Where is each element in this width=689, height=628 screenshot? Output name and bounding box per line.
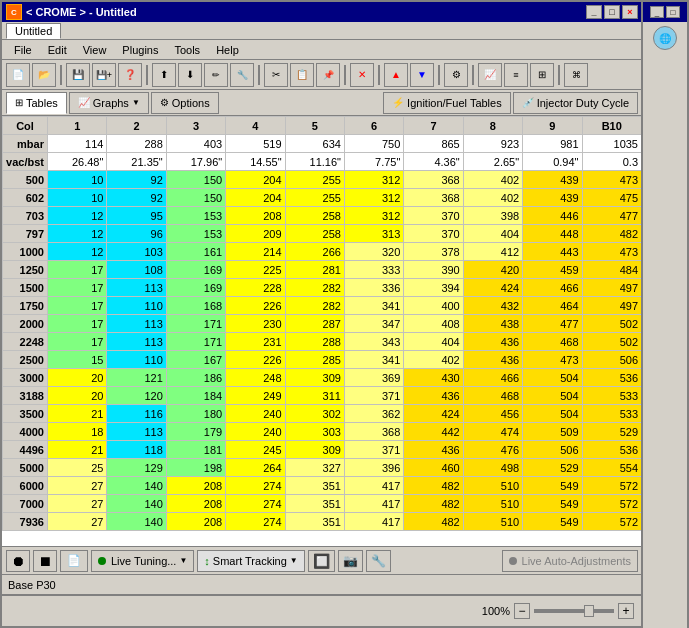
cell-4000-5[interactable]: 368: [344, 423, 403, 441]
cell-3500-2[interactable]: 180: [166, 405, 225, 423]
cell-500-5[interactable]: 312: [344, 171, 403, 189]
tab-graphs[interactable]: 📈 Graphs ▼: [69, 92, 149, 114]
cell-3000-9[interactable]: 536: [582, 369, 641, 387]
cell-2248-1[interactable]: 113: [107, 333, 166, 351]
cell-4496-4[interactable]: 309: [285, 441, 344, 459]
untitled-tab[interactable]: Untitled: [6, 23, 61, 39]
cell-7936-2[interactable]: 208: [166, 513, 225, 531]
tracking-dropdown[interactable]: ▼: [290, 556, 298, 565]
cell-1750-4[interactable]: 282: [285, 297, 344, 315]
vac-3[interactable]: 17.96": [166, 153, 225, 171]
vac-1[interactable]: 26.48": [48, 153, 107, 171]
tab-ignition-fuel[interactable]: ⚡ Ignition/Fuel Tables: [383, 92, 511, 114]
cell-797-5[interactable]: 313: [344, 225, 403, 243]
cell-602-3[interactable]: 204: [226, 189, 285, 207]
cell-6000-9[interactable]: 572: [582, 477, 641, 495]
cell-1250-6[interactable]: 390: [404, 261, 463, 279]
menu-edit[interactable]: Edit: [40, 42, 75, 58]
cell-1000-8[interactable]: 443: [523, 243, 582, 261]
cell-7936-0[interactable]: 27: [48, 513, 107, 531]
zoom-plus-btn[interactable]: +: [618, 603, 634, 619]
menu-help[interactable]: Help: [208, 42, 247, 58]
cell-3188-9[interactable]: 533: [582, 387, 641, 405]
menu-view[interactable]: View: [75, 42, 115, 58]
cell-5000-7[interactable]: 498: [463, 459, 522, 477]
cell-797-6[interactable]: 370: [404, 225, 463, 243]
maximize-btn[interactable]: □: [604, 5, 620, 19]
cell-500-9[interactable]: 473: [582, 171, 641, 189]
data-btn[interactable]: ≡: [504, 63, 528, 87]
cell-2500-6[interactable]: 402: [404, 351, 463, 369]
mbar-9[interactable]: 981: [523, 135, 582, 153]
cell-2248-2[interactable]: 171: [166, 333, 225, 351]
cell-1000-9[interactable]: 473: [582, 243, 641, 261]
cell-1250-1[interactable]: 108: [107, 261, 166, 279]
cell-3500-8[interactable]: 504: [523, 405, 582, 423]
save-btn[interactable]: 💾: [66, 63, 90, 87]
cell-2000-1[interactable]: 113: [107, 315, 166, 333]
cell-2500-3[interactable]: 226: [226, 351, 285, 369]
cell-5000-8[interactable]: 529: [523, 459, 582, 477]
cell-2000-5[interactable]: 347: [344, 315, 403, 333]
live-dropdown[interactable]: ▼: [179, 556, 187, 565]
cell-602-8[interactable]: 439: [523, 189, 582, 207]
mbar-3[interactable]: 403: [166, 135, 225, 153]
live-auto-btn[interactable]: Live Auto-Adjustments: [502, 550, 638, 572]
cell-1500-6[interactable]: 394: [404, 279, 463, 297]
cell-4496-7[interactable]: 476: [463, 441, 522, 459]
cell-2000-8[interactable]: 477: [523, 315, 582, 333]
cell-3000-3[interactable]: 248: [226, 369, 285, 387]
cell-500-3[interactable]: 204: [226, 171, 285, 189]
cell-1000-0[interactable]: 12: [48, 243, 107, 261]
cell-2000-0[interactable]: 17: [48, 315, 107, 333]
cell-797-4[interactable]: 258: [285, 225, 344, 243]
cell-7936-3[interactable]: 274: [226, 513, 285, 531]
cell-500-8[interactable]: 439: [523, 171, 582, 189]
upload-btn[interactable]: ⬆: [152, 63, 176, 87]
cell-2248-3[interactable]: 231: [226, 333, 285, 351]
cell-2500-1[interactable]: 110: [107, 351, 166, 369]
settings-btn[interactable]: ⚙: [444, 63, 468, 87]
cell-703-3[interactable]: 208: [226, 207, 285, 225]
cell-3000-2[interactable]: 186: [166, 369, 225, 387]
rec-btn[interactable]: ⏺: [6, 550, 30, 572]
cell-2000-4[interactable]: 287: [285, 315, 344, 333]
cell-6000-6[interactable]: 482: [404, 477, 463, 495]
right-minimize-btn[interactable]: _: [650, 6, 664, 18]
cell-2500-9[interactable]: 506: [582, 351, 641, 369]
cell-6000-7[interactable]: 510: [463, 477, 522, 495]
cell-4000-1[interactable]: 113: [107, 423, 166, 441]
cell-4000-9[interactable]: 529: [582, 423, 641, 441]
cell-2000-6[interactable]: 408: [404, 315, 463, 333]
vac-2[interactable]: 21.35": [107, 153, 166, 171]
cell-703-4[interactable]: 258: [285, 207, 344, 225]
cell-3188-5[interactable]: 371: [344, 387, 403, 405]
cell-6000-3[interactable]: 274: [226, 477, 285, 495]
cell-703-6[interactable]: 370: [404, 207, 463, 225]
cell-3188-3[interactable]: 249: [226, 387, 285, 405]
cell-602-0[interactable]: 10: [48, 189, 107, 207]
cell-7000-5[interactable]: 417: [344, 495, 403, 513]
cell-4000-0[interactable]: 18: [48, 423, 107, 441]
cell-2500-7[interactable]: 436: [463, 351, 522, 369]
cell-6000-5[interactable]: 417: [344, 477, 403, 495]
cell-500-4[interactable]: 255: [285, 171, 344, 189]
cell-7000-1[interactable]: 140: [107, 495, 166, 513]
cell-5000-1[interactable]: 129: [107, 459, 166, 477]
cell-602-6[interactable]: 368: [404, 189, 463, 207]
cell-1500-1[interactable]: 113: [107, 279, 166, 297]
zoom-minus-btn[interactable]: −: [514, 603, 530, 619]
mbar-b10[interactable]: 1035: [582, 135, 641, 153]
cell-1000-5[interactable]: 320: [344, 243, 403, 261]
cell-4000-4[interactable]: 303: [285, 423, 344, 441]
cell-602-7[interactable]: 402: [463, 189, 522, 207]
mbar-6[interactable]: 750: [344, 135, 403, 153]
cell-1000-4[interactable]: 266: [285, 243, 344, 261]
cell-4496-8[interactable]: 506: [523, 441, 582, 459]
down-btn[interactable]: ▼: [410, 63, 434, 87]
cell-6000-1[interactable]: 140: [107, 477, 166, 495]
new-btn[interactable]: 📄: [6, 63, 30, 87]
smart-tracking-btn[interactable]: ↕ Smart Tracking ▼: [197, 550, 304, 572]
cell-703-1[interactable]: 95: [107, 207, 166, 225]
cell-1500-2[interactable]: 169: [166, 279, 225, 297]
